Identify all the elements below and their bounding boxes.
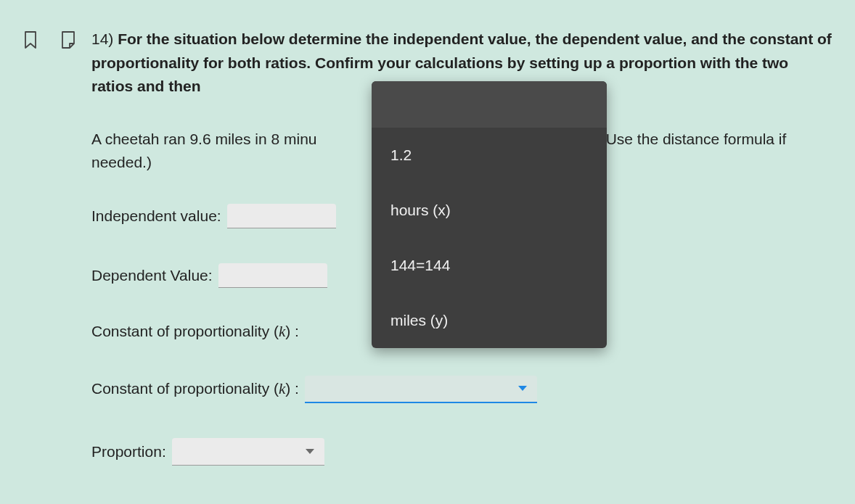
k1-label: Constant of proportionality (k) :: [91, 323, 299, 341]
body-pre: A cheetah ran 9.6 miles in 8 minu: [91, 131, 317, 147]
dependent-input[interactable]: [218, 263, 327, 288]
dropdown-option[interactable]: 144=144: [372, 238, 607, 293]
bookmark-icon[interactable]: [22, 29, 39, 51]
chevron-down-icon: [518, 386, 527, 391]
dependent-label: Dependent Value:: [91, 267, 213, 284]
k2-label: Constant of proportionality (k) :: [91, 380, 299, 398]
chevron-down-icon: [306, 449, 314, 454]
k2-select[interactable]: [305, 376, 537, 403]
proportion-row: Proportion:: [91, 438, 833, 466]
proportion-label: Proportion:: [91, 443, 166, 460]
dropdown-option[interactable]: hours (x): [372, 183, 607, 238]
dropdown-popup: 1.2 hours (x) 144=144 miles (y): [372, 81, 607, 348]
dropdown-header: [372, 81, 607, 128]
k2-row: Constant of proportionality (k) :: [91, 376, 833, 403]
independent-label: Independent value:: [91, 207, 221, 225]
note-icon[interactable]: [60, 29, 77, 51]
question-number: 14): [91, 30, 113, 47]
dropdown-option[interactable]: 1.2: [372, 128, 607, 183]
proportion-select[interactable]: [172, 438, 324, 466]
independent-input[interactable]: [227, 204, 336, 228]
dropdown-option[interactable]: miles (y): [372, 293, 607, 348]
